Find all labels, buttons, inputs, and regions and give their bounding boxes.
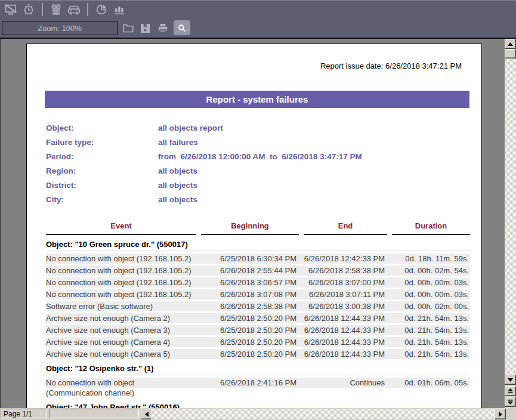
column-header: Beginning [201,220,299,235]
previous-page-button[interactable] [505,386,516,396]
field-value: all objects report [158,123,223,132]
table-row: Archive size not enough (Camera 5)6/25/2… [46,349,470,359]
table-cell: 6/26/2018 12:44:33 PM [304,337,392,347]
table-cell: 0d. 21h. 54m. 13s. [392,325,470,335]
table-cell: Archive size not enough (Camera 4) [46,337,201,347]
table-cell: 6/26/2018 3:07:00 PM [304,277,392,288]
vertical-scrollbar-thumb[interactable] [505,49,516,58]
toolbar-separator [42,3,43,16]
report-field-row: Failure type:all failures [46,135,362,149]
report-field-row: Region:all objects [46,163,362,178]
car-icon[interactable] [67,2,81,17]
table-cell: 6/26/2018 12:44:33 PM [304,349,392,359]
report-field-row: Period:from 6/26/2018 12:00:00 AM to 6/2… [46,149,362,163]
search-icon[interactable] [174,20,190,35]
table-cell: 0d. 00h. 02m. 00s. [392,301,470,311]
field-value: all failures [158,138,198,147]
field-value: all objects [158,166,197,175]
bar-chart-icon[interactable] [112,2,126,17]
failures-table: EventBeginningEndDuration Object: "10 Gr… [46,220,470,408]
status-panel [49,409,139,418]
film-reel-icon[interactable] [49,2,63,17]
table-cell: 6/26/2018 12:44:33 PM [304,325,392,335]
vertical-scrollbar[interactable] [505,39,516,408]
table-row: No connection with object (192.168.105.2… [46,265,470,276]
column-header: Event [46,220,196,235]
table-row: No connection with object (192.168.105.2… [46,277,470,288]
field-label: Object: [46,123,158,132]
table-cell: 0d. 00h. 02m. 54s. [392,265,470,276]
scroll-up-button[interactable] [505,39,516,49]
table-row: Software error (Basic software)6/26/2018… [46,301,470,311]
open-folder-icon[interactable] [122,22,135,34]
table-cell: Archive size not enough (Camera 5) [46,349,201,359]
table-cell: 6/26/2018 2:55:44 PM [201,265,304,276]
main-toolbar [0,0,516,18]
table-cell: 6/26/2018 12:44:33 PM [304,313,392,323]
table-cell: 0d. 21h. 54m. 13s. [392,337,470,347]
field-label: District: [46,181,158,190]
table-cell: 0d. 18h. 11m. 59s. [392,254,470,264]
scroll-down-button[interactable] [505,375,516,385]
table-cell: Software error (Basic software) [46,301,201,311]
report-title: Report - system failures [206,94,308,104]
scroll-right-button[interactable] [495,409,506,419]
table-cell: 6/25/2018 2:50:20 PM [201,313,304,323]
table-row: No connection with object (Communication… [46,378,470,398]
page-indicator: Page 1/1 [1,409,47,418]
table-row: No connection with object (192.168.105.2… [46,289,470,299]
table-cell: No connection with object (192.168.105.2… [46,265,201,276]
next-page-button[interactable] [505,397,516,407]
field-label: Failure type: [46,138,158,147]
object-section-header: Object: "10 Green spruce dr." (550017) [46,237,470,251]
table-cell: Archive size not enough (Camera 2) [46,313,201,323]
field-value: all objects [158,195,197,204]
field-value: from 6/26/2018 12:00:00 AM to 6/26/2018 … [158,152,362,161]
zoom-level-box[interactable]: Zoom: 100% [2,21,118,35]
horizontal-scrollbar[interactable] [141,409,505,419]
report-field-row: City:all objects [46,192,362,206]
table-header-row: EventBeginningEndDuration [46,220,470,235]
vertical-scrollbar-track[interactable] [505,58,516,375]
table-cell: 0d. 00h. 00m. 03s. [392,277,470,288]
table-cell: No connection with object (192.168.105.2… [46,289,201,299]
column-header: Duration [392,220,470,235]
report-parameters: Object:all objects reportFailure type:al… [46,121,362,206]
toolbar-separator [87,3,88,16]
table-cell: 0d. 21h. 54m. 13s. [392,313,470,323]
table-cell: 6/26/2018 2:58:38 PM [304,265,392,276]
table-cell: 6/26/2018 3:07:11 PM [304,289,392,299]
table-cell: 6/26/2018 2:41:16 PM [201,378,304,398]
horizontal-scrollbar-track[interactable] [151,409,495,419]
print-icon[interactable] [156,22,169,34]
table-body: Object: "10 Green spruce dr." (550017)No… [46,237,470,408]
field-value: all objects [158,181,197,190]
field-label: Period: [46,152,158,161]
viewer-toolbar: Zoom: 100% [0,18,516,38]
table-cell: Archive size not enough (Camera 3) [46,325,201,335]
alarm-clock-icon[interactable] [21,2,36,17]
save-icon[interactable] [138,22,152,34]
table-cell: 6/26/2018 2:58:38 PM [201,301,304,311]
zoom-level-label: Zoom: 100% [38,24,82,33]
table-cell: 0d. 01h. 06m. 05s. [392,378,470,398]
report-page: Report issue date: 6/26/2018 3:47:21 PM … [26,44,482,408]
object-section-header: Object: "12 Osipenko str." (1) [46,362,470,375]
table-cell: 6/25/2018 2:50:20 PM [201,337,304,347]
table-cell: 6/26/2018 3:00:38 PM [304,301,392,311]
table-row: Archive size not enough (Camera 2)6/25/2… [46,313,470,323]
table-cell: Continues [304,378,392,398]
report-issue-date: Report issue date: 6/26/2018 3:47:21 PM [320,61,462,70]
table-cell: No connection with object (192.168.105.2… [46,254,201,264]
table-row: No connection with object (192.168.105.2… [46,254,470,264]
report-field-row: District:all objects [46,178,362,192]
report-field-row: Object:all objects report [46,121,362,135]
table-cell: No connection with object (192.168.105.2… [46,277,201,288]
field-label: Region: [46,166,158,175]
table-cell: 6/25/2018 6:30:34 PM [201,254,304,264]
object-section-header: Object: "47 John Reed str." (550016) [46,400,470,408]
report-title-banner: Report - system failures [45,91,469,108]
pie-chart-icon[interactable] [94,2,109,17]
field-label: City: [46,195,158,204]
monitor-off-icon[interactable] [4,2,18,17]
